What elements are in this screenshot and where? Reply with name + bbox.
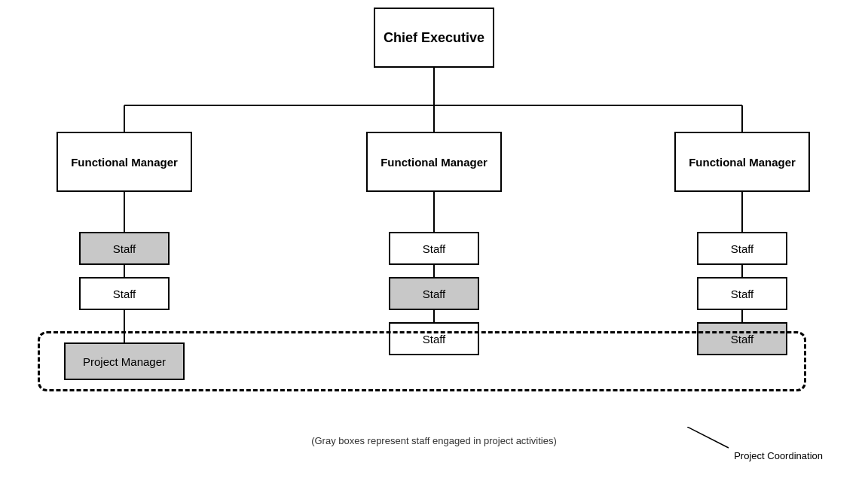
- chief-executive-label: Chief Executive: [384, 30, 484, 46]
- staff-right-1-box: Staff: [697, 232, 787, 265]
- functional-manager-mid-box: Functional Manager: [366, 132, 502, 192]
- functional-manager-left-label: Functional Manager: [71, 156, 178, 169]
- staff-left-1-label: Staff: [113, 242, 136, 255]
- staff-mid-2-box: Staff: [389, 277, 479, 310]
- project-coordination-boundary: [38, 331, 806, 391]
- svg-line-17: [687, 427, 729, 448]
- staff-right-2-box: Staff: [697, 277, 787, 310]
- staff-right-2-label: Staff: [731, 288, 754, 300]
- staff-mid-2-label: Staff: [423, 288, 446, 300]
- footnote-text: (Gray boxes represent staff engaged in p…: [311, 435, 557, 446]
- functional-manager-left-box: Functional Manager: [57, 132, 192, 192]
- org-chart: Chief Executive Functional Manager Funct…: [0, 0, 868, 484]
- coord-line-svg: [687, 427, 763, 449]
- staff-mid-1-label: Staff: [423, 242, 446, 255]
- staff-left-2-box: Staff: [79, 277, 170, 310]
- project-coordination-label: Project Coordination: [689, 450, 823, 463]
- functional-manager-right-label: Functional Manager: [689, 156, 796, 169]
- staff-right-1-label: Staff: [731, 242, 754, 255]
- staff-left-1-box: Staff: [79, 232, 170, 265]
- project-coordination-text: Project Coordination: [734, 450, 823, 463]
- staff-left-2-label: Staff: [113, 288, 136, 300]
- functional-manager-mid-label: Functional Manager: [381, 156, 487, 169]
- staff-mid-1-box: Staff: [389, 232, 479, 265]
- functional-manager-right-box: Functional Manager: [674, 132, 810, 192]
- chief-executive-box: Chief Executive: [374, 8, 494, 68]
